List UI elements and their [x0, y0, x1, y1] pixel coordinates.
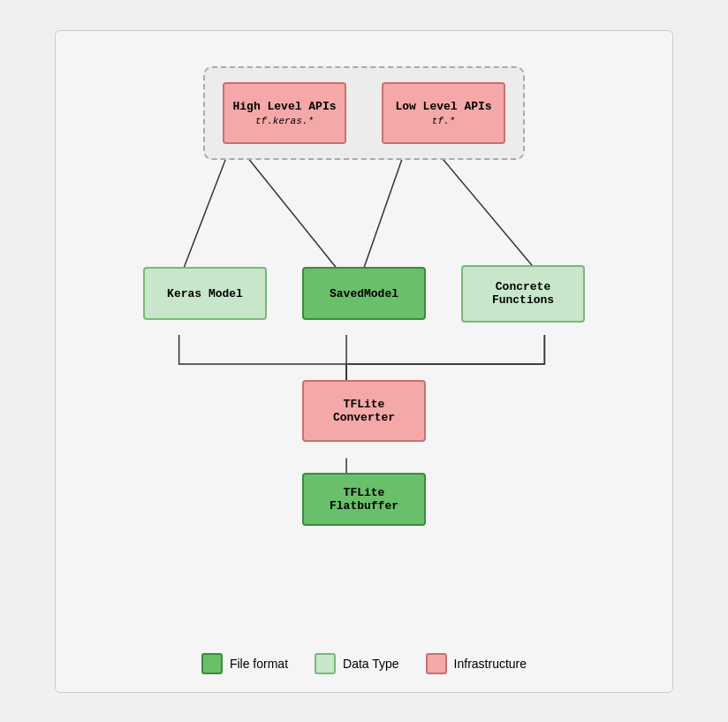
tflite-flatbuffer-box: TFLiteFlatbuffer	[302, 473, 426, 526]
tflite-converter-box: TFLiteConverter	[302, 380, 426, 442]
concrete-functions-box: ConcreteFunctions	[461, 265, 585, 323]
tflite-converter-label: TFLiteConverter	[333, 398, 395, 424]
legend-file-format: File format	[201, 653, 288, 674]
svg-line-3	[439, 154, 545, 280]
keras-model-box: Keras Model	[143, 267, 267, 320]
svg-line-2	[360, 154, 404, 280]
top-group: High Level APIs tf.keras.* Low Level API…	[203, 66, 525, 160]
diagram-area: High Level APIs tf.keras.* Low Level API…	[73, 57, 655, 635]
legend: File format Data Type Infrastructure	[201, 653, 527, 674]
saved-model-box: SavedModel	[302, 267, 426, 320]
concrete-functions-label: ConcreteFunctions	[492, 280, 554, 307]
svg-line-0	[179, 154, 228, 280]
legend-file-format-box	[201, 653, 223, 674]
low-level-subtitle: tf.*	[432, 116, 455, 126]
low-level-apis-box: Low Level APIs tf.*	[382, 82, 505, 144]
legend-data-type: Data Type	[315, 653, 399, 674]
keras-model-label: Keras Model	[167, 287, 243, 300]
mid-row: Keras Model SavedModel ConcreteFunctions	[143, 265, 585, 323]
legend-data-type-label: Data Type	[343, 657, 399, 671]
legend-infrastructure-box	[426, 653, 447, 674]
legend-infrastructure: Infrastructure	[426, 653, 527, 674]
low-level-title: Low Level APIs	[395, 100, 491, 113]
legend-file-format-label: File format	[230, 657, 288, 671]
high-level-subtitle: tf.keras.*	[255, 116, 314, 126]
legend-infrastructure-label: Infrastructure	[454, 657, 527, 671]
high-level-apis-box: High Level APIs tf.keras.*	[223, 82, 346, 144]
high-level-title: High Level APIs	[232, 100, 336, 113]
saved-model-label: SavedModel	[330, 287, 398, 300]
svg-line-1	[245, 154, 346, 280]
tflite-flatbuffer-label: TFLiteFlatbuffer	[330, 486, 398, 513]
legend-data-type-box	[315, 653, 336, 674]
main-container: High Level APIs tf.keras.* Low Level API…	[55, 30, 673, 693]
